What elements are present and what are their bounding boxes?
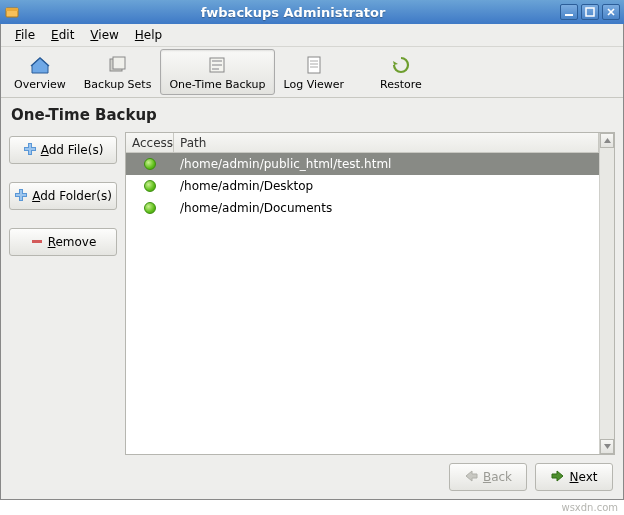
toolbar-backup-sets[interactable]: Backup Sets (75, 49, 161, 95)
content-area: One-Time Backup Add File(s) Add Folder(s… (1, 98, 623, 499)
toolbar-overview[interactable]: Overview (5, 49, 75, 95)
row-path: /home/admin/public_html/test.html (174, 157, 599, 171)
svg-rect-10 (212, 64, 222, 66)
next-button[interactable]: Next (535, 463, 613, 491)
toolbar-restore[interactable]: Restore (371, 49, 431, 95)
window-title: fwbackups Administrator (26, 5, 560, 20)
toolbar-backup-sets-label: Backup Sets (84, 78, 152, 91)
titlebar-buttons (560, 4, 620, 20)
app-icon (4, 4, 20, 20)
titlebar: fwbackups Administrator (0, 0, 624, 24)
row-path: /home/admin/Documents (174, 201, 599, 215)
left-actions: Add File(s) Add Folder(s) Remove (9, 132, 117, 455)
access-indicator (126, 202, 174, 214)
table-row[interactable]: /home/admin/Documents (126, 197, 599, 219)
svg-rect-11 (212, 68, 219, 70)
remove-button[interactable]: Remove (9, 228, 117, 256)
remove-icon (30, 234, 44, 251)
menu-edit[interactable]: Edit (43, 26, 82, 44)
access-indicator (126, 180, 174, 192)
svg-rect-9 (212, 60, 222, 62)
remove-label: Remove (48, 235, 97, 249)
add-folders-label: Add Folder(s) (32, 189, 112, 203)
watermark: wsxdn.com (561, 502, 618, 513)
menu-view[interactable]: View (82, 26, 126, 44)
menu-file[interactable]: File (7, 26, 43, 44)
toolbar-log-viewer[interactable]: Log Viewer (275, 49, 354, 95)
add-folders-button[interactable]: Add Folder(s) (9, 182, 117, 210)
column-access[interactable]: Access (126, 133, 174, 152)
restore-icon (389, 54, 413, 76)
page-title: One-Time Backup (9, 104, 615, 128)
list-header: Access Path (126, 133, 599, 153)
vertical-scrollbar[interactable] (599, 133, 614, 454)
file-list-frame: Access Path /home/admin/public_html/test… (125, 132, 615, 455)
scroll-down-button[interactable] (600, 439, 614, 454)
access-indicator (126, 158, 174, 170)
nav-row: Back Next (9, 459, 615, 493)
main-split: Add File(s) Add Folder(s) Remove (9, 132, 615, 455)
next-icon (551, 470, 565, 485)
menu-help[interactable]: Help (127, 26, 170, 44)
svg-rect-19 (25, 148, 35, 150)
toolbar-overview-label: Overview (14, 78, 66, 91)
home-icon (28, 54, 52, 76)
log-viewer-icon (302, 54, 326, 76)
toolbar-restore-label: Restore (380, 78, 422, 91)
menubar: File Edit View Help (1, 24, 623, 47)
toolbar-one-time-backup-label: One-Time Backup (169, 78, 265, 91)
svg-rect-24 (32, 240, 42, 243)
svg-rect-3 (586, 8, 594, 16)
svg-rect-12 (308, 57, 320, 73)
svg-rect-1 (6, 8, 18, 11)
status-dot-icon (144, 158, 156, 170)
table-row[interactable]: /home/admin/Desktop (126, 175, 599, 197)
row-path: /home/admin/Desktop (174, 179, 599, 193)
scroll-track[interactable] (600, 148, 614, 439)
toolbar-one-time-backup[interactable]: One-Time Backup (160, 49, 274, 95)
status-dot-icon (144, 202, 156, 214)
svg-rect-23 (16, 194, 26, 196)
svg-rect-7 (113, 57, 125, 69)
close-button[interactable] (602, 4, 620, 20)
svg-rect-2 (565, 14, 573, 16)
toolbar-log-viewer-label: Log Viewer (284, 78, 345, 91)
table-row[interactable]: /home/admin/public_html/test.html (126, 153, 599, 175)
add-icon (14, 188, 28, 205)
column-path[interactable]: Path (174, 133, 599, 152)
back-button: Back (449, 463, 527, 491)
maximize-button[interactable] (581, 4, 599, 20)
add-files-button[interactable]: Add File(s) (9, 136, 117, 164)
back-label: Back (483, 470, 512, 484)
one-time-backup-icon (205, 54, 229, 76)
back-icon (464, 470, 478, 485)
next-label: Next (570, 470, 598, 484)
add-files-label: Add File(s) (41, 143, 104, 157)
window-body: File Edit View Help Overview Backup Sets… (0, 24, 624, 500)
scroll-up-button[interactable] (600, 133, 614, 148)
list-rows[interactable]: /home/admin/public_html/test.html /home/… (126, 153, 599, 454)
toolbar: Overview Backup Sets One-Time Backup Log… (1, 47, 623, 98)
minimize-button[interactable] (560, 4, 578, 20)
status-dot-icon (144, 180, 156, 192)
backup-sets-icon (106, 54, 130, 76)
add-icon (23, 142, 37, 159)
